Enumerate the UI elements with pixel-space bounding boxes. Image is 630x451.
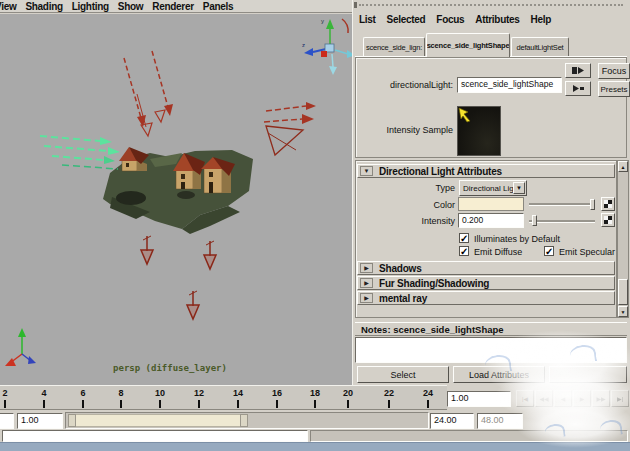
attributes-scrollbar[interactable]: ▲ ▼	[617, 160, 629, 318]
directional-light-arrows-top[interactable]	[124, 19, 348, 136]
section-fur-shading[interactable]: ▶ Fur Shading/Shadowing	[357, 276, 615, 290]
intensity-sample-swatch	[457, 106, 501, 156]
house	[119, 147, 149, 171]
tab-scence-side-lign[interactable]: scence_side_lign:	[363, 37, 425, 56]
menu-renderer[interactable]: Renderer	[152, 1, 194, 12]
expand-arrow-icon[interactable]: ▶	[360, 278, 373, 288]
downward-light-arrows[interactable]	[141, 236, 216, 319]
illuminates-by-default-checkbox[interactable]: ✓	[459, 233, 469, 243]
camera-label: persp (diffuse_layer)	[100, 363, 240, 373]
time-slider[interactable]: 2 4 6 8 10 12 14 16 18 20 22 24	[0, 385, 447, 410]
frame-label: 18	[307, 388, 323, 398]
frame-label: 24	[420, 388, 436, 398]
translate-manipulator[interactable]: y z	[302, 18, 354, 75]
menu-focus[interactable]: Focus	[436, 14, 464, 25]
output-connection-icon	[571, 84, 585, 93]
go-to-start-icon[interactable]: |◀	[516, 390, 534, 407]
intensity-label: Intensity	[393, 216, 455, 226]
color-slider[interactable]	[529, 203, 595, 206]
animation-end-field[interactable]: 48.00	[477, 413, 523, 429]
directional-light-arrows-right[interactable]	[264, 102, 316, 155]
frame-label: 10	[152, 388, 168, 398]
axis-y-label: y	[321, 18, 324, 24]
frame-label: 20	[340, 388, 356, 398]
section-mental-ray[interactable]: ▶ mental ray	[357, 291, 615, 305]
menu-show[interactable]: Show	[118, 1, 143, 12]
color-slider-handle[interactable]	[590, 199, 595, 210]
go-to-end-icon[interactable]: ▶|	[611, 390, 629, 407]
color-map-button[interactable]	[601, 197, 615, 211]
select-button[interactable]: Select	[357, 366, 449, 383]
range-slider-highlight[interactable]	[68, 414, 248, 427]
presets-button[interactable]: Presets	[598, 81, 630, 97]
show-output-connections-button[interactable]	[565, 81, 591, 96]
collapse-arrow-icon[interactable]: ▼	[360, 166, 373, 176]
frame-label: 2	[0, 388, 13, 398]
attribute-editor-panel: List Selected Focus Attributes Help scen…	[352, 0, 630, 385]
step-forward-icon[interactable]: ▶▶	[592, 390, 610, 407]
intensity-map-button[interactable]	[601, 213, 615, 227]
focus-button[interactable]: Focus	[598, 63, 630, 79]
perspective-viewport[interactable]: y z persp (diffuse_layer)	[0, 14, 354, 385]
frame-label: 14	[230, 388, 246, 398]
expand-arrow-icon[interactable]: ▶	[360, 293, 373, 303]
intensity-slider[interactable]	[529, 220, 595, 223]
notes-header: Notes: scence_side_lightShape	[355, 322, 627, 336]
scrollbar-thumb[interactable]	[618, 279, 628, 305]
menu-lighting[interactable]: Lighting	[72, 1, 109, 12]
play-forwards-icon[interactable]: ▶	[573, 390, 591, 407]
input-connection-icon	[571, 66, 585, 75]
scrollbar-down-icon[interactable]: ▼	[618, 306, 628, 317]
emit-specular-label: Emit Specular	[559, 247, 615, 257]
section-shadows[interactable]: ▶ Shadows	[357, 261, 615, 275]
playback-start-field[interactable]: 1.00	[17, 413, 63, 429]
scrollbar-up-icon[interactable]: ▲	[618, 161, 628, 172]
type-label: Type	[393, 183, 455, 193]
expand-arrow-icon[interactable]: ▶	[360, 263, 373, 273]
tearoff-handle[interactable]	[354, 2, 357, 8]
notes-textarea[interactable]	[355, 337, 627, 363]
menu-panels[interactable]: Panels	[203, 1, 233, 12]
intensity-sample-label: Intensity Sample	[353, 125, 453, 135]
menu-selected[interactable]: Selected	[387, 14, 426, 25]
color-swatch[interactable]	[458, 197, 524, 211]
intensity-field[interactable]: 0.200	[458, 213, 524, 228]
help-line	[0, 442, 630, 451]
frame-label: 8	[113, 388, 129, 398]
color-label: Color	[393, 200, 455, 210]
frame-label: 22	[381, 388, 397, 398]
frame-label: 6	[75, 388, 91, 398]
section-directional-light-attributes[interactable]: ▼ Directional Light Attributes	[357, 164, 615, 178]
emit-specular-checkbox[interactable]: ✓	[544, 246, 554, 256]
dropdown-arrow-icon[interactable]: ▼	[513, 182, 525, 194]
emit-diffuse-checkbox[interactable]: ✓	[459, 246, 469, 256]
tab-scence-side-lightshape[interactable]: scence_side_lightShape	[426, 33, 510, 57]
menu-list[interactable]: List	[359, 14, 376, 25]
tab-defaultlightset[interactable]: defaultLightSet	[511, 37, 569, 56]
intensity-slider-handle[interactable]	[532, 215, 537, 226]
menu-attributes[interactable]: Attributes	[475, 14, 519, 25]
load-attributes-button[interactable]: Load Attributes	[453, 366, 545, 383]
menu-view[interactable]: View	[0, 1, 16, 12]
axis-z-label: z	[302, 42, 305, 48]
command-line-input[interactable]	[2, 430, 308, 442]
selected-directional-light-arrows[interactable]	[40, 136, 120, 169]
current-time-field[interactable]: 1.00	[447, 391, 511, 407]
viewport-menubar: View Shading Lighting Show Renderer Pane…	[0, 0, 354, 13]
node-name-field[interactable]: scence_side_lightShape	[457, 77, 562, 93]
animation-start-field[interactable]	[0, 413, 14, 429]
light-glyph-icon	[458, 107, 474, 123]
playback-end-field[interactable]: 24.00	[430, 413, 474, 429]
frame-label: 16	[269, 388, 285, 398]
playback-controls: |◀ ◀◀ ◀ ▶ ▶▶ ▶|	[516, 390, 629, 407]
step-back-icon[interactable]: ◀◀	[535, 390, 553, 407]
illuminates-by-default-label: Illuminates by Default	[474, 234, 560, 244]
menu-shading[interactable]: Shading	[25, 1, 62, 12]
washed-out-button[interactable]	[549, 366, 627, 383]
range-start-handle[interactable]	[68, 414, 76, 427]
menu-help[interactable]: Help	[531, 14, 551, 25]
play-backwards-icon[interactable]: ◀	[554, 390, 572, 407]
range-end-handle[interactable]	[240, 414, 248, 427]
show-input-connections-button[interactable]	[565, 63, 591, 78]
frame-label: 4	[36, 388, 52, 398]
